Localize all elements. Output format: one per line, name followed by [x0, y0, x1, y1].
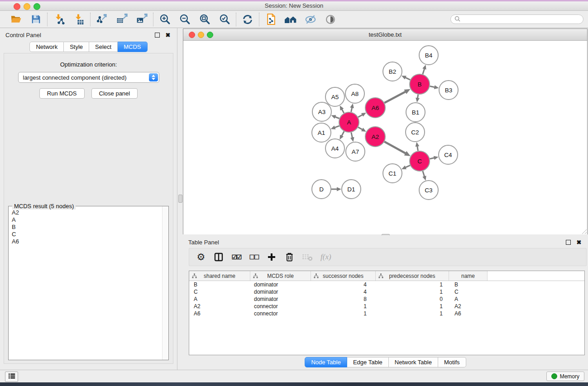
add-row-icon[interactable]: [267, 251, 277, 263]
select-all-icon[interactable]: ☑☑: [231, 251, 241, 263]
delete-table-icon: [302, 251, 313, 263]
float-panel-icon[interactable]: [153, 31, 161, 38]
zoom-fit-icon[interactable]: [198, 13, 211, 26]
column-header-predecessor-nodes[interactable]: predecessor nodes: [376, 271, 449, 281]
memory-button[interactable]: Memory: [546, 372, 584, 381]
tab-motifs[interactable]: Motifs: [438, 357, 466, 367]
close-table-panel-icon[interactable]: ✖: [575, 238, 583, 246]
close-panel-button[interactable]: Close panel: [91, 88, 138, 99]
import-table-icon[interactable]: [72, 13, 86, 26]
home-icon[interactable]: [284, 13, 297, 26]
table-toolbar: ⚙☑☑☐☐f(x): [189, 248, 587, 266]
node-label-A5: A5: [331, 94, 339, 100]
result-scrollbar[interactable]: [162, 206, 168, 360]
import-network-icon[interactable]: [52, 13, 66, 26]
node-label-C4: C4: [444, 152, 452, 158]
table-row[interactable]: A2connector11A2: [189, 303, 584, 310]
mcds-result-list[interactable]: A2ABCA6: [9, 207, 162, 359]
result-item[interactable]: A6: [12, 238, 162, 245]
node-label-B1: B1: [412, 109, 420, 116]
edge-A2-C[interactable]: [384, 142, 406, 153]
toolbar-icon-groups: [5, 13, 342, 26]
column-header-shared-name[interactable]: shared name: [189, 271, 250, 281]
table-row[interactable]: Adominator80A: [189, 295, 584, 303]
network-canvas[interactable]: AA1A2A3A4A5A6A7A8BB1B2B3B4CC1C2C3C4DD1: [183, 41, 587, 234]
arrowhead-icon: [422, 65, 426, 70]
zoom-in-icon[interactable]: [158, 13, 172, 26]
node-label-C2: C2: [411, 129, 419, 136]
close-panel-icon[interactable]: ✖: [164, 31, 172, 38]
table-row[interactable]: A6connector11A6: [189, 310, 584, 317]
edge-B-B4[interactable]: [423, 68, 425, 74]
unselect-all-icon[interactable]: ☐☐: [249, 251, 259, 263]
table-cell: dominator: [250, 296, 311, 302]
search-input[interactable]: [463, 16, 579, 23]
network-document-icon[interactable]: [264, 13, 277, 26]
edge-A6-B[interactable]: [384, 91, 406, 103]
table-settings-icon[interactable]: ⚙: [196, 251, 206, 263]
hide-eye-icon[interactable]: [304, 13, 317, 26]
result-item[interactable]: C: [12, 231, 162, 238]
arrowhead-icon: [331, 126, 336, 129]
export-network-icon[interactable]: [95, 13, 109, 26]
zoom-selected-icon[interactable]: [218, 13, 231, 26]
criterion-dropdown[interactable]: largest connected component (directed): [18, 72, 159, 83]
zoom-out-icon[interactable]: [178, 13, 191, 26]
edge-A-A7[interactable]: [351, 132, 353, 138]
tab-node-table[interactable]: Node Table: [305, 357, 347, 367]
task-history-button[interactable]: [5, 372, 18, 382]
apply-layout-icon[interactable]: [241, 13, 254, 26]
tab-network-table[interactable]: Network Table: [389, 357, 438, 367]
table-row[interactable]: Bdominator41B: [189, 281, 584, 288]
result-item[interactable]: A2: [12, 209, 162, 216]
toolbar-group: [236, 13, 259, 26]
arrowhead-icon: [434, 85, 439, 89]
contrast-eye-icon[interactable]: [324, 13, 337, 26]
table-cell: A2: [189, 303, 250, 310]
column-header-successor-nodes[interactable]: successor nodes: [311, 271, 376, 281]
show-columns-icon[interactable]: [214, 251, 224, 263]
table-cell: connector: [250, 310, 311, 317]
delete-row-icon[interactable]: [284, 251, 294, 263]
splitter-handle[interactable]: [178, 195, 182, 203]
node-label-B4: B4: [425, 52, 433, 59]
save-session-icon[interactable]: [29, 13, 43, 26]
arrowhead-icon: [422, 176, 426, 181]
tab-edge-table[interactable]: Edge Table: [347, 357, 389, 367]
function-builder-icon: f(x): [320, 251, 331, 263]
export-image-icon[interactable]: [135, 13, 148, 26]
control-panel-tabs: NetworkStyleSelectMCDS: [0, 42, 177, 52]
column-label: predecessor nodes: [389, 273, 435, 279]
main-titlebar[interactable]: Session: New Session: [0, 1, 588, 11]
node-label-B2: B2: [389, 68, 397, 75]
float-table-panel-icon[interactable]: [564, 238, 572, 246]
arrowhead-icon: [416, 98, 420, 103]
table-cell: connector: [250, 303, 311, 310]
edge-C-C3[interactable]: [423, 171, 425, 177]
result-item[interactable]: A: [12, 216, 162, 224]
list-icon: [8, 373, 15, 381]
result-item[interactable]: B: [12, 224, 162, 231]
search-field[interactable]: [450, 14, 583, 24]
node-label-A2: A2: [372, 133, 379, 140]
table-tabs: Node TableEdge TableNetwork TableMotifs: [183, 357, 588, 367]
tab-style[interactable]: Style: [64, 42, 89, 52]
session-title: Session: New Session: [0, 1, 588, 10]
shared-column-icon: [253, 273, 258, 280]
run-mcds-button[interactable]: Run MCDS: [39, 88, 85, 99]
export-table-icon[interactable]: [115, 13, 129, 26]
open-session-icon[interactable]: [9, 13, 23, 26]
column-header-name[interactable]: name: [449, 271, 488, 281]
mcds-tab-content: Optimization criterion: largest connecte…: [4, 53, 173, 364]
shared-column-icon: [314, 273, 319, 280]
table-cell: B: [449, 281, 488, 288]
tab-mcds[interactable]: MCDS: [118, 42, 147, 52]
tab-select[interactable]: Select: [89, 42, 118, 52]
node-label-D: D: [319, 186, 324, 193]
table-row[interactable]: Cdominator41C: [189, 288, 584, 295]
column-header-MCDS-role[interactable]: MCDS role: [250, 271, 311, 281]
table-cell: A6: [189, 310, 250, 317]
memory-label: Memory: [560, 373, 579, 380]
tab-network[interactable]: Network: [29, 42, 64, 52]
network-window-titlebar[interactable]: testGlobe.txt: [183, 29, 587, 41]
